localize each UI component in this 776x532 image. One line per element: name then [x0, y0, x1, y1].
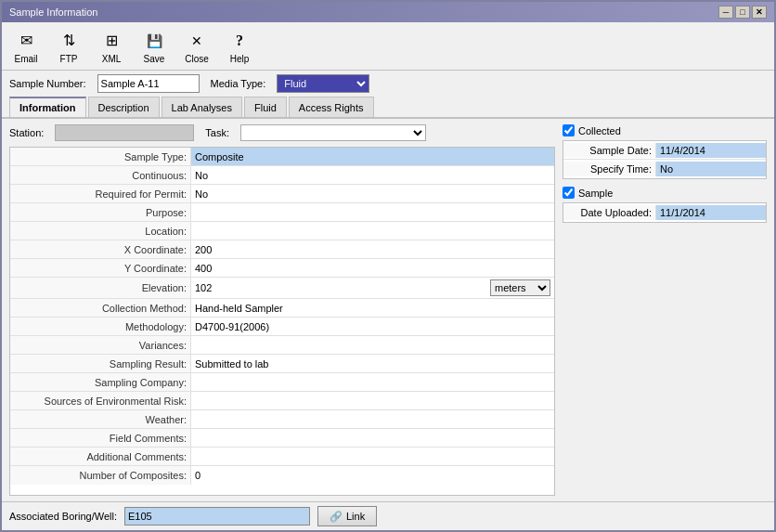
field-label: Sampling Company:: [10, 373, 191, 391]
date-uploaded-row: Date Uploaded: 11/1/2014: [563, 203, 766, 222]
table-row: Continuous:No: [10, 166, 554, 185]
tab-fluid[interactable]: Fluid: [244, 97, 287, 117]
station-label: Station:: [9, 127, 44, 138]
field-value: Composite: [191, 148, 554, 165]
table-row: Sources of Environmental Risk:: [10, 392, 554, 410]
form-left: Station: Task: Sample Type:CompositeCont…: [9, 124, 555, 496]
maximize-button[interactable]: □: [735, 6, 750, 19]
xml-label: XML: [102, 54, 122, 64]
table-row: Field Comments:: [10, 429, 554, 448]
field-value: [191, 392, 554, 409]
table-row: Y Coordinate:400: [10, 259, 554, 278]
help-label: Help: [230, 54, 250, 64]
ftp-button[interactable]: FTP: [48, 26, 89, 67]
table-row: Elevation:102metersfeetcm: [10, 278, 554, 299]
boring-input[interactable]: [124, 507, 310, 526]
form-right: Collected Sample Date: 11/4/2014 Specify…: [563, 124, 767, 496]
field-value: [191, 448, 554, 465]
field-value: Hand-held Sampler: [191, 299, 554, 317]
field-value: [191, 373, 554, 391]
ftp-icon: [58, 30, 80, 52]
task-select[interactable]: [240, 124, 426, 141]
field-label: Weather:: [10, 410, 191, 428]
close-icon: [186, 30, 208, 52]
window-controls: ─ □ ✕: [718, 6, 767, 19]
field-label: Required for Permit:: [10, 185, 191, 202]
table-row: Weather:: [10, 410, 554, 429]
tab-access-rights[interactable]: Access Rights: [289, 97, 374, 117]
close-button[interactable]: Close: [176, 26, 217, 67]
tab-description[interactable]: Description: [88, 97, 160, 117]
media-type-label: Media Type:: [211, 78, 266, 89]
table-row: Required for Permit:No: [10, 185, 554, 203]
tab-lab-analyses[interactable]: Lab Analyses: [162, 97, 242, 117]
main-window: Sample Information ─ □ ✕ Email FTP XML S…: [0, 0, 776, 532]
email-button[interactable]: Email: [6, 26, 46, 67]
field-value: 400: [191, 259, 554, 277]
table-row: X Coordinate:200: [10, 240, 554, 259]
window-title: Sample Information: [9, 6, 97, 18]
email-icon: [15, 30, 37, 52]
collected-checkbox[interactable]: [563, 124, 575, 136]
date-uploaded-value: 11/1/2014: [656, 205, 766, 220]
field-value: 102metersfeetcm: [191, 278, 554, 298]
specify-time-row: Specify Time: No: [563, 160, 766, 178]
minimize-button[interactable]: ─: [718, 6, 733, 19]
save-icon: [143, 30, 165, 52]
field-value: [191, 336, 554, 354]
collected-checkbox-row: Collected: [563, 124, 767, 136]
tab-information[interactable]: Information: [9, 97, 86, 117]
field-label: Collection Method:: [10, 299, 191, 317]
field-value: 0: [191, 466, 554, 485]
sample-checkbox-row: Sample: [563, 187, 767, 199]
field-label: Continuous:: [10, 166, 191, 184]
field-label: Variances:: [10, 336, 191, 354]
table-row: Sample Type:Composite: [10, 148, 554, 166]
toolbar: Email FTP XML Save Close Help: [2, 22, 774, 71]
bottom-row: Associated Boring/Well: 🔗 Link: [2, 501, 774, 530]
title-bar: Sample Information ─ □ ✕: [2, 2, 774, 22]
field-label: Sources of Environmental Risk:: [10, 392, 191, 409]
save-label: Save: [144, 54, 165, 64]
field-value: Submitted to lab: [191, 355, 554, 372]
table-row: Sampling Result:Submitted to lab: [10, 355, 554, 373]
field-value: [191, 410, 554, 428]
field-value: [191, 429, 554, 447]
ftp-label: FTP: [60, 54, 78, 64]
link-icon: 🔗: [330, 511, 343, 523]
link-label: Link: [346, 511, 365, 522]
elevation-unit-select[interactable]: metersfeetcm: [490, 279, 550, 296]
save-button[interactable]: Save: [134, 26, 175, 67]
help-icon: [228, 30, 251, 52]
table-row: Additional Comments:: [10, 448, 554, 466]
sample-number-input[interactable]: [97, 74, 200, 93]
field-value: D4700-91(2006): [191, 318, 554, 335]
table-row: Sampling Company:: [10, 373, 554, 392]
form-table: Sample Type:CompositeContinuous:NoRequir…: [9, 147, 555, 496]
collected-label: Collected: [578, 125, 621, 136]
tabs-bar: Information Description Lab Analyses Flu…: [2, 97, 774, 119]
date-uploaded-label: Date Uploaded:: [563, 205, 656, 220]
table-row: Number of Composites:0: [10, 466, 554, 485]
boring-label: Associated Boring/Well:: [9, 511, 117, 522]
main-content: Station: Task: Sample Type:CompositeCont…: [2, 119, 774, 501]
close-window-button[interactable]: ✕: [752, 6, 767, 19]
field-value: 200: [191, 240, 554, 258]
specify-time-value: No: [656, 162, 766, 176]
email-label: Email: [14, 54, 37, 64]
sample-checkbox[interactable]: [563, 187, 575, 199]
field-label: Number of Composites:: [10, 466, 191, 485]
sample-section: Sample Date Uploaded: 11/1/2014: [563, 187, 767, 223]
sample-box: Date Uploaded: 11/1/2014: [563, 202, 767, 223]
field-label: Additional Comments:: [10, 448, 191, 465]
field-label: Sample Type:: [10, 148, 191, 165]
field-label: Y Coordinate:: [10, 259, 191, 277]
sample-date-label: Sample Date:: [563, 143, 656, 158]
sample-date-row: Sample Date: 11/4/2014: [563, 141, 766, 160]
station-input[interactable]: [55, 124, 194, 141]
link-button[interactable]: 🔗 Link: [317, 506, 377, 526]
media-type-select[interactable]: Fluid Air Soil Water: [277, 74, 369, 93]
xml-button[interactable]: XML: [91, 26, 132, 67]
help-button[interactable]: Help: [219, 26, 260, 67]
elevation-value: 102: [195, 282, 486, 293]
